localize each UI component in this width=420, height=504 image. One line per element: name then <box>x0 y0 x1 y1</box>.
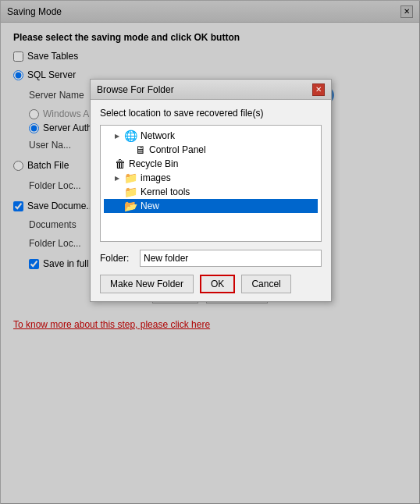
tree-arrow-new <box>115 203 121 210</box>
kernel-tools-icon: 📁 <box>124 186 137 198</box>
network-label: Network <box>141 130 175 141</box>
folder-input[interactable] <box>140 250 322 267</box>
images-icon: 📁 <box>124 172 137 184</box>
recycle-bin-icon: 🗑 <box>115 158 126 170</box>
tree-item-kernel-tools[interactable]: 📁 Kernel tools <box>104 185 318 199</box>
dialog-title: Browse For Folder <box>97 84 174 95</box>
tree-item-recycle-bin[interactable]: 🗑 Recycle Bin <box>104 157 318 171</box>
tree-item-network[interactable]: ▶ 🌐 Network <box>104 129 318 143</box>
dialog-overlay: Browse For Folder ✕ Select location to s… <box>1 1 420 504</box>
main-window: Saving Mode ✕ Please select the saving m… <box>0 0 420 504</box>
dialog-buttons: Make New Folder OK Cancel <box>100 275 322 293</box>
recycle-bin-label: Recycle Bin <box>129 158 178 169</box>
folder-tree[interactable]: ▶ 🌐 Network 🖥 Control Panel 🗑 R <box>100 125 322 242</box>
dialog-body: Select location to save recovered file(s… <box>91 100 331 301</box>
images-label: images <box>141 172 171 183</box>
folder-row: Folder: <box>100 250 322 267</box>
tree-item-control-panel[interactable]: 🖥 Control Panel <box>104 143 318 157</box>
new-folder-icon: 📂 <box>124 200 137 212</box>
control-panel-icon: 🖥 <box>135 144 146 156</box>
new-label: New <box>141 201 159 211</box>
dialog-close-button[interactable]: ✕ <box>312 83 325 96</box>
tree-arrow-network: ▶ <box>115 133 121 140</box>
tree-arrow-images: ▶ <box>115 175 121 182</box>
control-panel-label: Control Panel <box>149 144 206 155</box>
browse-folder-dialog: Browse For Folder ✕ Select location to s… <box>90 79 332 302</box>
tree-arrow-control-panel <box>126 147 132 154</box>
network-icon: 🌐 <box>124 130 137 142</box>
dialog-ok-button[interactable]: OK <box>200 275 235 293</box>
kernel-tools-label: Kernel tools <box>141 186 190 197</box>
dialog-title-bar: Browse For Folder ✕ <box>91 80 331 100</box>
dialog-cancel-button[interactable]: Cancel <box>241 275 290 293</box>
tree-item-images[interactable]: ▶ 📁 images <box>104 171 318 185</box>
tree-item-new[interactable]: 📂 New <box>104 199 318 213</box>
tree-arrow-kernel-tools <box>115 189 121 196</box>
tree-arrow-recycle-bin <box>105 161 112 168</box>
dialog-instruction: Select location to save recovered file(s… <box>100 108 322 119</box>
make-new-folder-button[interactable]: Make New Folder <box>100 275 194 293</box>
folder-label: Folder: <box>100 253 135 264</box>
